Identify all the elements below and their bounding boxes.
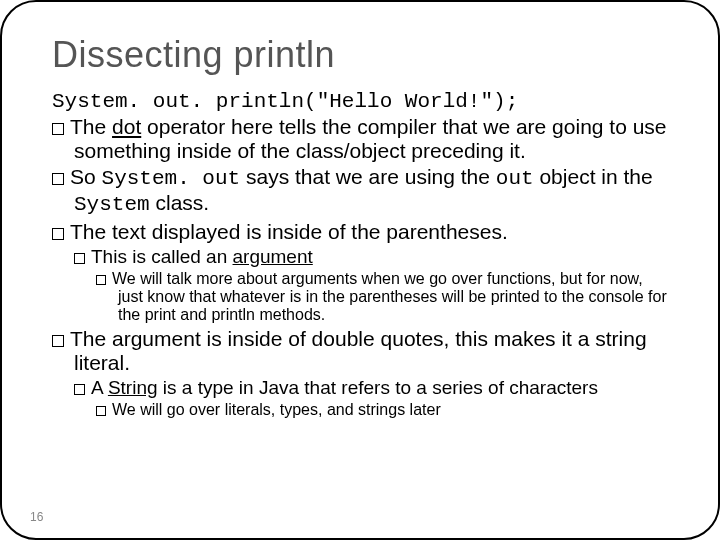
text-underline-dot: dot bbox=[112, 115, 141, 138]
code-inline: out bbox=[496, 167, 534, 190]
checkbox-icon bbox=[96, 406, 106, 416]
bullet-later: We will go over literals, types, and str… bbox=[52, 401, 668, 419]
text: The text displayed is inside of the pare… bbox=[70, 220, 508, 243]
text: This is called an bbox=[91, 246, 233, 267]
checkbox-icon bbox=[74, 384, 85, 395]
slide-title: Dissecting println bbox=[52, 34, 668, 76]
code-inline: System. out bbox=[102, 167, 241, 190]
bullet-text-parentheses: The text displayed is inside of the pare… bbox=[52, 220, 668, 244]
bullet-system-out: So System. out says that we are using th… bbox=[52, 165, 668, 217]
checkbox-icon bbox=[74, 253, 85, 264]
checkbox-icon bbox=[52, 173, 64, 185]
slide: Dissecting println System. out. println(… bbox=[0, 0, 720, 540]
checkbox-icon bbox=[96, 275, 106, 285]
bullet-string-type: A String is a type in Java that refers t… bbox=[52, 377, 668, 399]
text: says that we are using the bbox=[240, 165, 496, 188]
bullet-argument-detail: We will talk more about arguments when w… bbox=[52, 270, 668, 325]
code-inline: System bbox=[74, 193, 150, 216]
text: class. bbox=[150, 191, 210, 214]
text: The argument is inside of double quotes,… bbox=[70, 327, 647, 374]
text: operator here tells the compiler that we… bbox=[74, 115, 667, 162]
bullet-argument: This is called an argument bbox=[52, 246, 668, 268]
text-underline-string: String bbox=[108, 377, 158, 398]
checkbox-icon bbox=[52, 228, 64, 240]
text: object in the bbox=[534, 165, 653, 188]
checkbox-icon bbox=[52, 123, 64, 135]
text: We will go over literals, types, and str… bbox=[112, 401, 441, 418]
bullet-string-literal: The argument is inside of double quotes,… bbox=[52, 327, 668, 375]
text: The bbox=[70, 115, 112, 138]
bullet-dot-operator: The dot operator here tells the compiler… bbox=[52, 115, 668, 163]
text: We will talk more about arguments when w… bbox=[112, 270, 667, 324]
text-underline-argument: argument bbox=[233, 246, 313, 267]
page-number: 16 bbox=[30, 510, 43, 524]
code-line: System. out. println("Hello World!"); bbox=[52, 90, 668, 113]
text: So bbox=[70, 165, 102, 188]
checkbox-icon bbox=[52, 335, 64, 347]
text: A bbox=[91, 377, 108, 398]
text: is a type in Java that refers to a serie… bbox=[158, 377, 598, 398]
